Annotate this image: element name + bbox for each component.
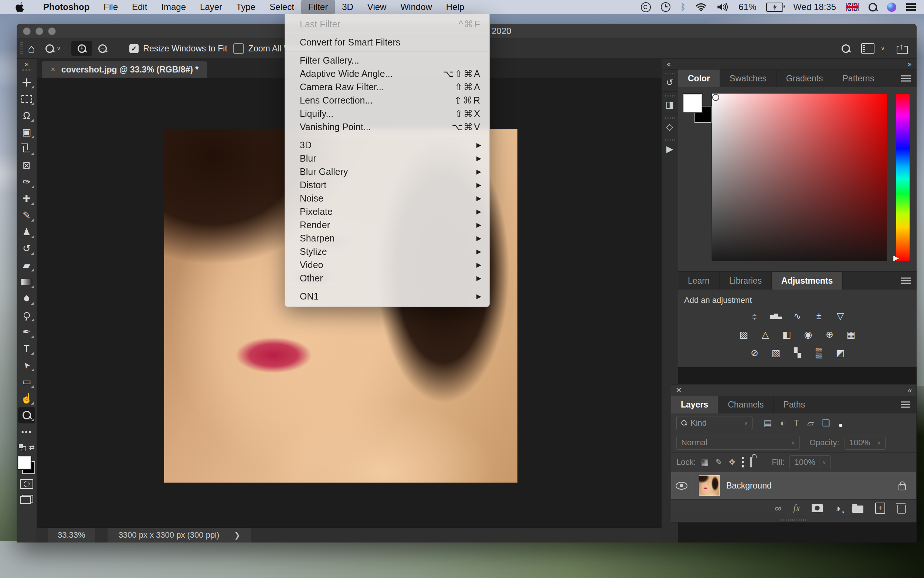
posterize-icon[interactable]: ▧ xyxy=(769,346,784,359)
share-icon[interactable] xyxy=(896,43,907,54)
filter-menu-item-blur-gallery[interactable]: Blur Gallery▶ xyxy=(285,165,489,178)
pen-tool[interactable]: ✒◢ xyxy=(18,323,35,340)
menu-item-file[interactable]: File xyxy=(97,0,125,14)
filter-menu-item-camera-raw-filter[interactable]: Camera Raw Filter...⇧⌘A xyxy=(285,80,489,94)
gradient-tool[interactable]: ◢ xyxy=(18,274,35,290)
shape-layer-filter-icon[interactable]: ▱ xyxy=(807,418,814,428)
dodge-tool[interactable]: ◢ xyxy=(18,307,35,323)
hue-saturation-icon[interactable]: ▨ xyxy=(736,328,752,341)
rectangular-marquee-tool[interactable]: ◢ xyxy=(18,91,35,107)
filter-menu-item-liquify[interactable]: Liquify...⇧⌘X xyxy=(285,107,489,120)
panel-menu-icon[interactable] xyxy=(901,78,911,79)
spotlight-search-icon[interactable] xyxy=(869,3,877,11)
saturation-brightness-field[interactable] xyxy=(712,93,887,261)
curves-icon[interactable]: ∿ xyxy=(790,309,805,323)
foreground-color-swatch[interactable] xyxy=(18,456,31,469)
time-machine-icon[interactable] xyxy=(661,2,670,12)
filter-menu-item-render[interactable]: Render▶ xyxy=(285,218,489,232)
channel-mixer-icon[interactable]: ⊕ xyxy=(822,328,838,341)
crop-tool[interactable]: ◢ xyxy=(18,141,35,157)
hue-slider-pointer[interactable]: ▶ xyxy=(893,253,899,262)
close-panel-icon[interactable]: ✕ xyxy=(676,386,682,395)
adjustment-layer-icon[interactable]: ◑▾ xyxy=(835,503,840,514)
filter-menu-item-video[interactable]: Video▶ xyxy=(285,258,489,271)
zoom-window-button[interactable] xyxy=(48,28,56,35)
filter-menu-item-lens-correction[interactable]: Lens Correction...⇧⌘R xyxy=(285,94,489,107)
lock-position-icon[interactable]: ✥ xyxy=(729,458,736,467)
lock-image-icon[interactable]: ✎ xyxy=(715,458,722,467)
options-bar-grip[interactable] xyxy=(20,42,23,55)
more-tools[interactable]: ●●● xyxy=(18,424,35,440)
brush-tool[interactable]: ✎◢ xyxy=(18,207,35,224)
menu-item-photoshop[interactable]: Photoshop xyxy=(36,0,97,14)
history-panel-button[interactable]: ↺ xyxy=(662,70,678,92)
new-layer-icon[interactable]: + xyxy=(875,503,885,514)
object-selection-tool[interactable]: ▣◢ xyxy=(18,124,35,141)
tab-libraries[interactable]: Libraries xyxy=(720,272,772,289)
filter-menu-item-distort[interactable]: Distort▶ xyxy=(285,178,489,192)
default-colors-icon[interactable] xyxy=(18,444,26,451)
quick-mask-button[interactable] xyxy=(20,479,33,489)
vibrance-icon[interactable]: ▽ xyxy=(833,309,848,323)
siri-icon[interactable] xyxy=(887,3,896,12)
invert-icon[interactable]: ⊘ xyxy=(747,346,762,359)
notification-center-icon[interactable] xyxy=(906,0,916,14)
type-layer-filter-icon[interactable]: T xyxy=(793,418,799,428)
rectangle-tool[interactable]: ▭◢ xyxy=(18,373,35,390)
minimize-window-button[interactable] xyxy=(36,28,43,35)
zoom-tool[interactable]: ◢ xyxy=(18,407,35,424)
zoom-out-button[interactable] xyxy=(92,41,113,56)
swap-colors-icon[interactable]: ⇄ xyxy=(29,443,34,451)
wifi-icon[interactable] xyxy=(696,3,707,11)
layer-filter-kind-dropdown[interactable]: Kind ∨ xyxy=(676,416,752,430)
layer-visibility-toggle[interactable] xyxy=(671,472,692,499)
healing-brush-tool[interactable]: ✚◢ xyxy=(18,190,35,207)
panel-resize-grip[interactable] xyxy=(671,516,916,522)
selective-color-icon[interactable]: ◩ xyxy=(833,346,848,359)
path-selection-tool[interactable]: ➤◢ xyxy=(18,357,35,373)
filter-menu-item-filter-gallery[interactable]: Filter Gallery... xyxy=(285,54,489,67)
lasso-tool[interactable]: Ω◢ xyxy=(18,107,35,124)
bluetooth-icon[interactable]: ᛒ xyxy=(680,2,686,12)
blur-tool[interactable]: ◢ xyxy=(18,290,35,307)
levels-icon[interactable]: ▅▇▃ xyxy=(769,309,784,323)
tab-swatches[interactable]: Swatches xyxy=(720,70,777,87)
document-tab[interactable]: × covershot.jpg @ 33.3% (RGB/8#) * xyxy=(42,62,207,78)
toolbar-expand-icon[interactable]: » xyxy=(25,59,29,69)
collapse-panel-icon[interactable]: « xyxy=(908,386,912,395)
tab-adjustments[interactable]: Adjustments xyxy=(772,272,843,289)
panel-menu-icon[interactable] xyxy=(901,280,911,281)
menu-item-select[interactable]: Select xyxy=(262,0,301,14)
history-brush-tool[interactable]: ↺◢ xyxy=(18,240,35,257)
menu-item-help[interactable]: Help xyxy=(439,0,471,14)
hand-tool[interactable]: ☝◢ xyxy=(18,390,35,407)
filter-menu-item-on1[interactable]: ON1▶ xyxy=(285,289,489,303)
menu-item-type[interactable]: Type xyxy=(229,0,262,14)
close-tab-icon[interactable]: × xyxy=(51,65,55,74)
color-balance-icon[interactable]: △ xyxy=(758,328,773,341)
menu-bar-clock[interactable]: Wed 18:35 xyxy=(793,2,836,12)
zoom-in-button[interactable] xyxy=(71,41,92,56)
smart-object-filter-icon[interactable]: ❏ xyxy=(822,418,830,428)
threshold-icon[interactable]: ▚ xyxy=(790,346,805,359)
resize-windows-checkbox[interactable]: ✓ xyxy=(129,44,139,53)
timeline-panel-button[interactable]: ▶ xyxy=(662,136,678,158)
apple-menu[interactable] xyxy=(14,2,24,13)
filter-menu-item-sharpen[interactable]: Sharpen▶ xyxy=(285,232,489,245)
menu-item-3d[interactable]: 3D xyxy=(335,0,360,14)
close-window-button[interactable] xyxy=(23,28,31,35)
home-icon[interactable]: ⌂ xyxy=(28,42,35,54)
tab-channels[interactable]: Channels xyxy=(718,396,774,414)
tab-gradients[interactable]: Gradients xyxy=(777,70,833,87)
filter-menu-item-convert-for-smart-filters[interactable]: Convert for Smart Filters xyxy=(285,36,489,49)
color-lookup-icon[interactable]: ▦ xyxy=(843,328,859,341)
type-tool[interactable]: T◢ xyxy=(18,340,35,357)
tab-learn[interactable]: Learn xyxy=(678,272,720,289)
layer-style-icon[interactable]: fx xyxy=(793,503,800,513)
zoom-level-field[interactable]: 33.33% xyxy=(48,528,95,542)
photo-filter-icon[interactable]: ◉ xyxy=(801,328,816,341)
lock-all-icon[interactable] xyxy=(750,458,752,467)
menu-item-image[interactable]: Image xyxy=(154,0,193,14)
clone-stamp-tool[interactable]: ♟◢ xyxy=(18,224,35,240)
menu-item-filter[interactable]: Filter xyxy=(301,0,335,14)
